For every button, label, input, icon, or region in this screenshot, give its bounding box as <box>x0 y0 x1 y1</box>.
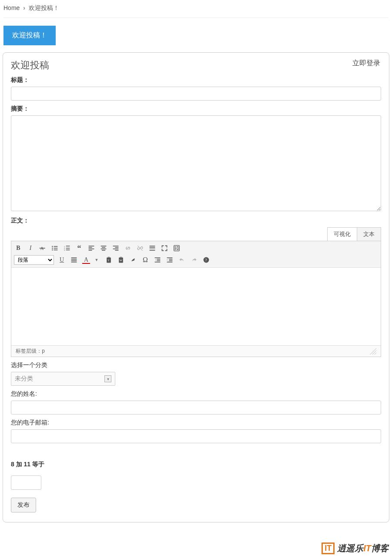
link-icon[interactable] <box>124 244 132 253</box>
align-justify-icon[interactable] <box>70 256 78 264</box>
bold-icon[interactable]: B <box>14 244 23 253</box>
breadcrumb-home[interactable]: Home <box>3 4 20 11</box>
svg-rect-18 <box>101 246 107 246</box>
text-color-icon[interactable]: A <box>82 256 90 264</box>
indent-icon[interactable] <box>165 256 174 264</box>
svg-rect-20 <box>101 249 107 249</box>
svg-rect-39 <box>71 259 77 260</box>
text-color-dropdown-icon[interactable]: ▼ <box>92 256 101 264</box>
align-center-icon[interactable] <box>99 244 108 253</box>
category-select[interactable]: 未分类 ▾ <box>11 372 115 386</box>
svg-rect-36 <box>174 249 176 250</box>
svg-rect-37 <box>177 249 179 250</box>
align-left-icon[interactable] <box>87 244 96 253</box>
svg-rect-5 <box>54 248 58 249</box>
italic-icon[interactable]: I <box>26 244 35 253</box>
paragraph-select[interactable]: 段落 <box>14 255 54 265</box>
breadcrumb-current: 欢迎投稿！ <box>29 4 59 11</box>
captcha-input[interactable] <box>11 475 41 490</box>
svg-point-2 <box>52 246 53 247</box>
page-title-button[interactable]: 欢迎投稿！ <box>3 26 56 45</box>
unlink-icon[interactable] <box>136 244 144 253</box>
tab-text[interactable]: 文本 <box>357 227 381 241</box>
outdent-icon[interactable] <box>153 256 162 264</box>
svg-text:W: W <box>120 259 123 262</box>
svg-text:?: ? <box>205 258 207 262</box>
svg-rect-15 <box>89 247 92 248</box>
svg-rect-43 <box>108 257 110 258</box>
undo-icon[interactable] <box>178 256 186 264</box>
editor-toolbar: B I A 123 “ 段落 U <box>11 241 381 268</box>
label-email: 您的电子邮箱: <box>11 419 381 427</box>
captcha-question: 8 加 11 等于 <box>11 461 381 468</box>
svg-text:3: 3 <box>64 249 65 251</box>
bullet-list-icon[interactable] <box>50 244 59 253</box>
svg-rect-46 <box>120 257 122 258</box>
label-name: 您的姓名: <box>11 390 381 398</box>
blockquote-icon[interactable]: “ <box>75 244 84 253</box>
label-content: 正文： <box>11 217 381 225</box>
svg-rect-40 <box>71 260 77 261</box>
clear-format-icon[interactable] <box>129 256 137 264</box>
svg-rect-38 <box>71 257 77 258</box>
svg-rect-22 <box>113 246 119 246</box>
fullscreen-icon[interactable] <box>160 244 169 253</box>
underline-icon[interactable]: U <box>57 256 66 264</box>
svg-rect-53 <box>169 259 172 260</box>
svg-rect-50 <box>157 260 160 261</box>
svg-rect-34 <box>174 248 177 249</box>
divider <box>3 17 389 18</box>
svg-rect-13 <box>66 249 70 250</box>
paste-text-icon[interactable]: T <box>104 256 113 264</box>
svg-point-6 <box>52 249 53 250</box>
svg-rect-51 <box>155 262 161 263</box>
align-right-icon[interactable] <box>111 244 120 253</box>
svg-rect-24 <box>113 249 119 249</box>
content-editor-area[interactable] <box>11 268 381 345</box>
label-title: 标题： <box>11 76 381 84</box>
svg-text:T: T <box>108 259 110 262</box>
svg-rect-29 <box>150 249 155 249</box>
svg-rect-7 <box>54 249 58 250</box>
editor: B I A 123 “ 段落 U <box>11 241 381 357</box>
tab-visual[interactable]: 可视化 <box>327 227 357 241</box>
label-summary: 摘要： <box>11 105 381 113</box>
help-icon[interactable]: ? <box>202 256 211 264</box>
svg-rect-11 <box>66 248 70 249</box>
title-input[interactable] <box>11 87 381 101</box>
svg-rect-16 <box>89 249 94 249</box>
redo-icon[interactable] <box>190 256 198 264</box>
submission-panel: 立即登录 欢迎投稿 标题： 摘要： 正文： 可视化 文本 B I A 123 “ <box>3 52 389 522</box>
svg-rect-19 <box>102 247 105 248</box>
editor-status-bar: 标签层级：p <box>11 345 381 357</box>
login-link[interactable]: 立即登录 <box>352 59 380 68</box>
strikethrough-icon[interactable]: A <box>38 244 47 253</box>
svg-rect-25 <box>115 250 118 251</box>
summary-textarea[interactable] <box>11 115 381 211</box>
panel-title: 欢迎投稿 <box>11 59 381 72</box>
paste-word-icon[interactable]: W <box>117 256 125 264</box>
toolbar-toggle-icon[interactable] <box>172 244 181 253</box>
numbered-list-icon[interactable]: 123 <box>63 244 71 253</box>
svg-rect-41 <box>71 262 77 263</box>
email-input[interactable] <box>11 429 381 443</box>
category-selected-value: 未分类 <box>15 375 33 383</box>
name-input[interactable] <box>11 401 381 414</box>
chevron-down-icon: ▾ <box>104 375 111 382</box>
special-char-icon[interactable]: Ω <box>141 256 150 264</box>
breadcrumb: Home › 欢迎投稿！ <box>0 0 392 17</box>
chevron-right-icon: › <box>23 4 25 11</box>
label-category: 选择一个分类 <box>11 361 381 369</box>
submit-button[interactable]: 发布 <box>11 498 36 512</box>
svg-rect-32 <box>174 246 176 247</box>
svg-point-4 <box>52 248 53 249</box>
resize-handle-icon[interactable] <box>370 348 376 354</box>
svg-rect-3 <box>54 246 58 247</box>
svg-rect-21 <box>102 250 105 251</box>
svg-rect-9 <box>66 246 70 246</box>
svg-rect-33 <box>177 246 179 247</box>
svg-rect-48 <box>155 257 161 258</box>
svg-rect-23 <box>115 247 118 248</box>
insert-more-icon[interactable] <box>148 244 157 253</box>
svg-rect-27 <box>150 246 155 246</box>
